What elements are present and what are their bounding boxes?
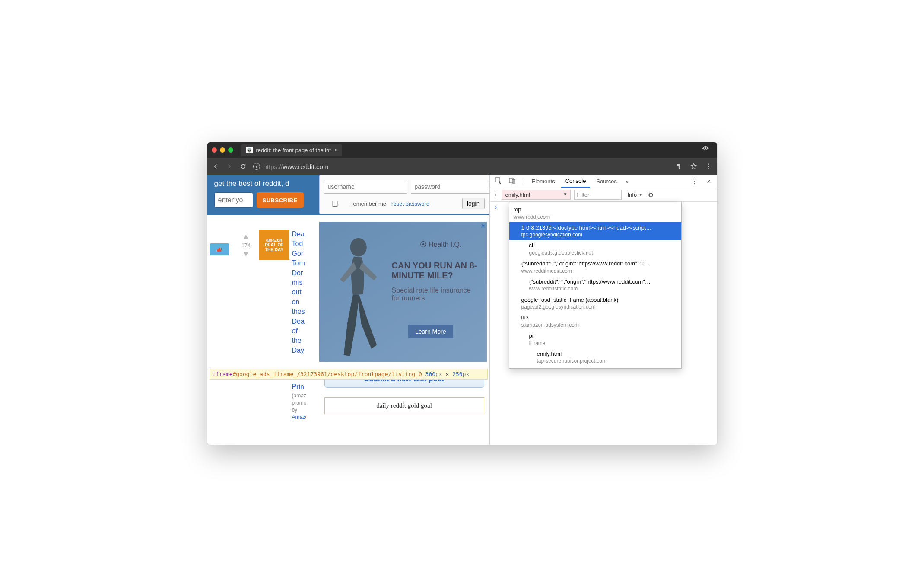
url-text: https://www.reddit.com xyxy=(264,163,329,170)
email-input[interactable] xyxy=(214,192,253,208)
context-item[interactable]: sigoogleads.g.doubleclick.net xyxy=(509,240,681,258)
device-toggle-icon[interactable] xyxy=(506,175,518,187)
svg-point-3 xyxy=(350,238,366,257)
ad-illustration xyxy=(319,226,401,362)
remember-checkbox[interactable] xyxy=(324,201,346,207)
forward-button[interactable] xyxy=(225,163,233,170)
browser-tab[interactable]: 👽 reddit: the front page of the int × xyxy=(241,144,343,156)
subscribe-button[interactable]: SUBSCRIBE xyxy=(257,192,304,208)
console-toolbar: ⟩ emily.html Info ⚙ xyxy=(490,188,717,202)
star-icon[interactable] xyxy=(689,163,698,170)
password-input[interactable] xyxy=(411,180,490,194)
svg-point-0 xyxy=(708,163,709,165)
back-button[interactable] xyxy=(212,163,219,170)
context-item[interactable]: iu3s.amazon-adsystem.com xyxy=(509,312,681,330)
downvote-button[interactable]: ▼ xyxy=(242,249,250,258)
devtools-close-icon[interactable]: × xyxy=(703,176,714,187)
tab-elements[interactable]: Elements xyxy=(527,175,559,187)
upvote-button[interactable]: ▲ xyxy=(242,232,250,241)
ad-brand: ⦿ Health I.Q. xyxy=(420,241,462,249)
window-zoom[interactable] xyxy=(228,147,233,153)
promoted-icon: 📣 xyxy=(210,243,229,255)
element-tooltip: iframe#google_ads_iframe_/32173961/deskt… xyxy=(210,369,488,380)
window-minimize[interactable] xyxy=(220,147,225,153)
login-button[interactable]: login xyxy=(462,198,485,209)
login-form: remember me reset password login xyxy=(319,175,489,214)
context-item[interactable]: {"subreddit":"","origin":"https://www.re… xyxy=(509,258,681,276)
reload-button[interactable] xyxy=(239,163,247,170)
ad-subtext: Special rate life insurance for runners xyxy=(392,287,478,302)
post-score: 174 xyxy=(241,242,251,249)
devtools-menu-icon[interactable]: ⋮ xyxy=(688,175,702,187)
tabs-overflow-icon[interactable]: » xyxy=(623,176,631,186)
filter-input[interactable] xyxy=(574,190,622,200)
ad-banner[interactable]: ▷ × ⦿ Health I.Q. CAN YOU RUN AN 8-MINUT… xyxy=(319,222,487,362)
ad-headline: CAN YOU RUN AN 8-MINUTE MILE? xyxy=(392,261,478,281)
devtools-tabs: Elements Console Sources » ⋮ × xyxy=(490,175,717,188)
username-input[interactable] xyxy=(324,180,407,194)
svg-point-2 xyxy=(708,168,709,169)
post-meta: (amazo promot by Amazo xyxy=(292,392,306,421)
reset-password-link[interactable]: reset password xyxy=(391,201,429,207)
webpage: get the best of reddit, d SUBSCRIBE reme… xyxy=(207,175,490,445)
svg-point-1 xyxy=(708,166,709,167)
context-item[interactable]: 1-0-8;21395;<!doctype html><html><head><… xyxy=(509,222,681,240)
inspect-icon[interactable] xyxy=(492,175,505,187)
tab-close-icon[interactable]: × xyxy=(334,147,338,153)
settings-icon[interactable]: ⚙ xyxy=(648,191,654,199)
window-close[interactable] xyxy=(212,147,217,153)
ad-cta-button[interactable]: Learn More xyxy=(408,325,453,338)
titlebar: 👽 reddit: the front page of the int × xyxy=(207,142,717,158)
browser-window: 👽 reddit: the front page of the int × i … xyxy=(207,142,717,445)
remember-label: remember me xyxy=(351,201,386,207)
console-prompt-icon[interactable]: › xyxy=(493,203,499,211)
post-thumbnail[interactable]: amazon DEAL OF THE DAY xyxy=(259,230,289,260)
context-item[interactable]: emily.htmltap-secure.rubiconproject.com xyxy=(509,348,681,367)
site-info-icon[interactable]: i xyxy=(253,163,260,170)
address-bar[interactable]: i https://www.reddit.com xyxy=(253,163,669,170)
ad-close-icon[interactable]: × xyxy=(478,223,486,230)
sidebar-toggle-icon[interactable]: ⟩ xyxy=(492,191,498,198)
incognito-icon xyxy=(701,144,710,156)
svg-rect-5 xyxy=(509,178,513,183)
menu-icon[interactable] xyxy=(704,163,713,170)
tab-sources[interactable]: Sources xyxy=(592,175,621,187)
context-item[interactable]: prIFrame xyxy=(509,330,681,348)
tab-console[interactable]: Console xyxy=(561,175,591,188)
context-item[interactable]: google_osd_static_frame (about:blank)pag… xyxy=(509,294,681,313)
tab-title: reddit: the front page of the int xyxy=(256,147,331,153)
toolbar: i https://www.reddit.com xyxy=(207,158,717,175)
context-dropdown[interactable]: topwww.reddit.com1-0-8;21395;<!doctype h… xyxy=(509,202,682,369)
post-title[interactable]: DeaTodGorTomDormisoutonthesDeaoftheDay A… xyxy=(289,220,306,421)
favicon-icon: 👽 xyxy=(246,147,253,153)
context-select[interactable]: emily.html xyxy=(502,190,571,200)
key-icon[interactable] xyxy=(675,163,683,170)
context-item[interactable]: topwww.reddit.com xyxy=(509,204,681,222)
log-level-select[interactable]: Info xyxy=(625,190,645,199)
devtools-panel: Elements Console Sources » ⋮ × ⟩ emily.h… xyxy=(490,175,717,445)
gold-goal-panel: daily reddit gold goal xyxy=(324,397,484,414)
context-item[interactable]: {"subreddit":"","origin":"https://www.re… xyxy=(509,276,681,294)
